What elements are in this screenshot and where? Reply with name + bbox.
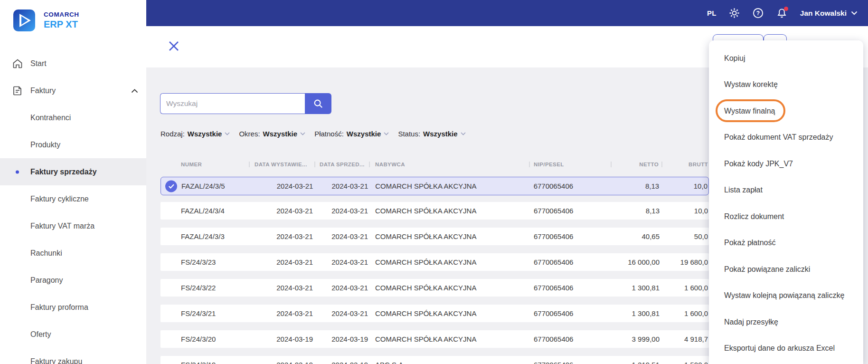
brand-line1: COMARCH <box>44 11 79 18</box>
row-select-cell[interactable] <box>160 202 177 220</box>
sidebar-item-faktury-sprzeda-y[interactable]: Faktury sprzedaży <box>0 158 146 185</box>
sidebar-item-kontrahenci[interactable]: Kontrahenci <box>0 104 146 131</box>
filter-value: Wszystkie <box>188 130 222 138</box>
help-icon[interactable]: ? <box>753 8 764 19</box>
cell-data_wystawienia: 2024-03-21 <box>250 207 315 215</box>
sidebar-item-paragony[interactable]: Paragony <box>0 267 146 294</box>
menu-item-wystaw-kolejn-powi-zan-zaliczk-[interactable]: Wystaw kolejną powiązaną zaliczkę <box>709 283 863 309</box>
sidebar-item-faktury[interactable]: Faktury <box>0 77 146 104</box>
bell-icon[interactable] <box>776 8 788 19</box>
menu-item-poka-kody-jpk-v7[interactable]: Pokaż kody JPK_V7 <box>709 151 863 177</box>
cell-numer: FS/24/3/23 <box>177 258 250 266</box>
cell-netto: 1 219,51 <box>612 361 662 364</box>
filter-status[interactable]: Status:Wszystkie <box>398 130 465 138</box>
cell-numer: FAZAL/24/3/5 <box>177 182 250 190</box>
row-select-cell[interactable] <box>160 279 177 297</box>
table-row[interactable]: FS/24/3/232024-03-212024-03-21COMARCH SP… <box>160 253 709 271</box>
menu-item-lista-zap-at[interactable]: Lista zapłat <box>709 177 863 204</box>
cell-nip_pesel: 6770065406 <box>530 258 612 266</box>
sidebar-item-faktury-cykliczne[interactable]: Faktury cykliczne <box>0 185 146 212</box>
menu-item-wystaw-korekt-[interactable]: Wystaw korektę <box>709 72 863 98</box>
cell-netto: 8,13 <box>612 207 662 215</box>
cell-brutto: 50,0 <box>662 232 709 240</box>
close-icon[interactable] <box>168 40 180 53</box>
sidebar-item-faktury-proforma[interactable]: Faktury proforma <box>0 294 146 321</box>
check-icon <box>165 180 177 192</box>
column-header-data-sprzed-[interactable]: DATA SPRZED... <box>315 162 370 167</box>
column-header-data-wystawie-[interactable]: DATA WYSTAWIE... <box>250 162 315 167</box>
row-select-cell[interactable] <box>160 330 177 348</box>
table-row[interactable]: FAZAL/24/3/32024-03-212024-03-21COMARCH … <box>160 228 709 245</box>
filter-bar: Rodzaj:Wszystkie Okres:Wszystkie Płatnoś… <box>160 127 466 140</box>
search-icon <box>313 98 323 109</box>
row-select-cell[interactable] <box>160 305 177 322</box>
table-header: NUMERDATA WYSTAWIE...DATA SPRZED...NABYW… <box>160 158 709 171</box>
sidebar-item-label: Produkty <box>30 141 60 149</box>
filter-label: Status: <box>398 130 420 138</box>
cell-data_sprzedazy: 2024-03-19 <box>315 361 370 364</box>
cell-numer: FS/24/3/21 <box>177 309 250 317</box>
menu-item-nadaj-przesy-k-[interactable]: Nadaj przesyłkę <box>709 309 863 335</box>
search-button[interactable] <box>305 93 331 114</box>
sidebar-item-oferty[interactable]: Oferty <box>0 321 146 348</box>
sidebar-item-produkty[interactable]: Produkty <box>0 131 146 158</box>
sidebar-item-faktury-vat-mar-a[interactable]: Faktury VAT marża <box>0 212 146 239</box>
row-select-cell[interactable] <box>160 228 177 245</box>
cell-data_sprzedazy: 2024-03-21 <box>315 232 370 240</box>
table-row[interactable]: FS/24/3/212024-03-212024-03-21COMARCH SP… <box>160 305 709 322</box>
menu-item-wystaw-finaln-[interactable]: Wystaw finalną <box>709 98 863 125</box>
menu-item-rozlicz-dokument[interactable]: Rozlicz dokument <box>709 203 863 230</box>
table-row[interactable]: FS/24/3/222024-03-212024-03-21COMARCH SP… <box>160 279 709 297</box>
menu-item-poka-p-atno-[interactable]: Pokaż płatność <box>709 230 863 257</box>
cell-brutto: 10,0 <box>662 207 709 215</box>
sidebar-item-faktury-zakupu[interactable]: Faktury zakupu <box>0 348 146 364</box>
column-header-nabywca[interactable]: NABYWCA <box>370 162 530 167</box>
cell-nip_pesel: 6770065406 <box>530 361 612 364</box>
menu-item-eksportuj-dane-do-arkusza-excel[interactable]: Eksportuj dane do arkusza Excel <box>709 335 863 362</box>
sidebar-item-label: Faktury VAT marża <box>30 222 94 230</box>
language-selector[interactable]: PL <box>707 9 717 17</box>
chevron-up-icon[interactable] <box>131 86 138 95</box>
sidebar-item-label: Paragony <box>30 276 63 285</box>
cell-data_wystawienia: 2024-03-21 <box>250 232 315 240</box>
search-input[interactable] <box>160 93 305 114</box>
table-row[interactable]: FS/24/3/192024-03-192024-03-19ABC S.A.67… <box>160 356 709 364</box>
table-row[interactable]: FAZAL/24/3/52024-03-212024-03-21COMARCH … <box>160 177 709 195</box>
filter-value: Wszystkie <box>263 130 298 138</box>
row-select-cell[interactable] <box>160 253 177 271</box>
chevron-down-icon <box>461 132 466 135</box>
column-header-nip-pesel[interactable]: NIP/PESEL <box>530 162 612 167</box>
sidebar: COMARCH ERP XT StartFakturyKontrahenciPr… <box>0 0 146 364</box>
topbar: PL ? Jan Kowalski <box>146 0 868 26</box>
menu-item-poka-dokument-vat-sprzeda-y[interactable]: Pokaż dokument VAT sprzedaży <box>709 125 863 151</box>
cell-data_wystawienia: 2024-03-19 <box>250 335 315 343</box>
filter-płatność[interactable]: Płatność:Wszystkie <box>314 130 389 138</box>
column-header-netto[interactable]: NETTO <box>612 162 662 167</box>
filter-rodzaj[interactable]: Rodzaj:Wszystkie <box>160 130 230 138</box>
row-select-cell[interactable] <box>160 356 177 364</box>
column-header-numer[interactable]: NUMER <box>177 162 250 167</box>
table-row[interactable]: FAZAL/24/3/42024-03-212024-03-21COMARCH … <box>160 202 709 220</box>
filter-okres[interactable]: Okres:Wszystkie <box>239 130 305 138</box>
sidebar-item-start[interactable]: Start <box>0 50 146 77</box>
select-all-column <box>160 158 177 171</box>
table-row[interactable]: FS/24/3/202024-03-192024-03-19COMARCH SP… <box>160 330 709 348</box>
sidebar-item-label: Faktury sprzedaży <box>30 168 97 176</box>
column-header-brutt[interactable]: BRUTT <box>662 162 709 167</box>
cell-netto: 16 000,00 <box>612 258 662 266</box>
sidebar-item-label: Kontrahenci <box>30 114 71 122</box>
gear-icon[interactable] <box>729 8 740 19</box>
cell-nip_pesel: 6770065406 <box>530 207 612 215</box>
sidebar-item-label: Oferty <box>30 330 51 339</box>
user-menu[interactable]: Jan Kowalski <box>800 9 858 18</box>
row-select-cell[interactable] <box>161 177 177 195</box>
cell-nabywca: COMARCH SPÓŁKA AKCYJNA <box>370 258 530 266</box>
menu-item-kopiuj[interactable]: Kopiuj <box>709 45 863 72</box>
menu-item-poka-powi-zane-zaliczki[interactable]: Pokaż powiązane zaliczki <box>709 256 863 283</box>
cell-nabywca: COMARCH SPÓŁKA AKCYJNA <box>370 232 530 240</box>
sidebar-item-rachunki[interactable]: Rachunki <box>0 239 146 267</box>
cell-numer: FS/24/3/20 <box>177 335 250 343</box>
cell-netto: 3 999,00 <box>612 335 662 343</box>
cell-data_sprzedazy: 2024-03-21 <box>315 309 370 317</box>
cell-netto: 1 300,81 <box>612 309 662 317</box>
